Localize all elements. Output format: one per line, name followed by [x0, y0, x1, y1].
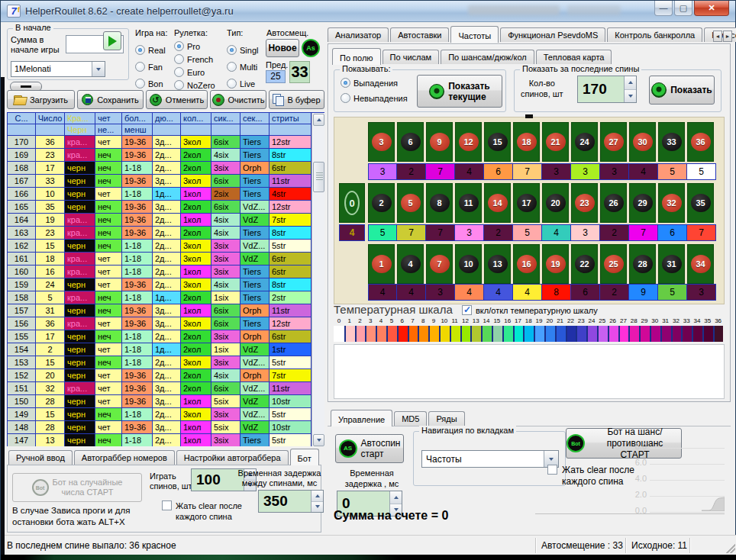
tab-control[interactable]: Управление: [331, 410, 392, 426]
field-number-22[interactable]: 22: [571, 244, 598, 284]
table-row[interactable]: 15517черннеч1-182д...2кол3sixOrph6str: [8, 330, 324, 343]
tab-manual-input[interactable]: Ручной ввод: [8, 450, 73, 465]
field-number-14[interactable]: 14: [484, 183, 511, 223]
temp-scale-checkbox[interactable]: [462, 305, 472, 315]
radio-fan[interactable]: Fan: [135, 62, 167, 72]
tab-scroll-right-icon[interactable]: ►: [723, 31, 732, 42]
tab-autobets[interactable]: Автоставки: [390, 27, 449, 42]
field-number-27[interactable]: 27: [600, 122, 627, 162]
field-number-3[interactable]: 3: [368, 122, 395, 162]
chevron-down-icon[interactable]: [92, 62, 105, 76]
radio-french[interactable]: French: [174, 54, 215, 64]
last-spins-stepper[interactable]: 170: [577, 76, 637, 103]
table-row[interactable]: 16817черннеч1-182д...2кол3sixOrph6str: [8, 162, 324, 175]
table-row[interactable]: 17036кра...чет19-363д...3кол6sixTiers12s…: [8, 136, 324, 149]
table-row[interactable]: 14828чернчет19-363д...1кол5sixVdZ10str: [8, 421, 324, 434]
field-number-7[interactable]: 7: [426, 244, 453, 284]
table-row[interactable]: 1542чернчет1-181д...2кол1sixVdZ1str: [8, 343, 324, 356]
field-number-30[interactable]: 30: [629, 122, 656, 162]
subtab-by-field[interactable]: По полю: [332, 48, 381, 65]
undo-button[interactable]: ↺Отменить: [146, 90, 208, 109]
field-number-32[interactable]: 32: [658, 183, 685, 223]
table-row[interactable]: 16215черннеч1-182д...3кол3sixVdZ...5str: [8, 240, 324, 253]
table-row[interactable]: 1585кра...неч1-181д...2кол1sixTiers2str: [8, 291, 324, 304]
radio-euro[interactable]: Euro: [174, 67, 215, 77]
as-badge-icon[interactable]: As: [302, 39, 320, 57]
field-number-36[interactable]: 36: [687, 122, 714, 162]
spin-up-icon[interactable]: [312, 491, 323, 502]
tab-navigation-combobox[interactable]: Частоты: [421, 450, 559, 468]
field-number-zero[interactable]: 0: [339, 183, 365, 223]
table-row[interactable]: 16923кра...неч19-362д...2кол4sixTiers8st…: [8, 149, 324, 162]
control-clear-checkbox[interactable]: Жать clear послекаждого спина: [547, 465, 634, 488]
bot-chance-start-button[interactable]: Bot Бот на шанс/противошансСТАРТ: [566, 428, 682, 459]
spin-up-icon[interactable]: [625, 76, 636, 90]
radio-misses[interactable]: Невыпадения: [341, 93, 408, 103]
field-number-10[interactable]: 10: [455, 244, 482, 284]
table-row[interactable]: 15636кра...чет19-363д...3кол6sixTiers12s…: [8, 317, 324, 330]
radio-singl[interactable]: Singl: [227, 45, 258, 55]
copy-to-clipboard-button[interactable]: В буфер: [269, 90, 324, 109]
field-number-33[interactable]: 33: [658, 122, 685, 162]
tab-bot[interactable]: Бот: [290, 449, 319, 465]
field-number-17[interactable]: 17: [513, 183, 540, 223]
maximize-button[interactable]: ▢: [674, 1, 692, 16]
tab-md5[interactable]: MD5: [394, 411, 427, 426]
tab-autograbber[interactable]: Автограббер номеров: [74, 450, 175, 465]
subtab-by-numbers[interactable]: По числам: [383, 50, 440, 64]
scroll-up-icon[interactable]: [313, 114, 324, 126]
bot-random-start-button[interactable]: Bot Бот на случайныечисла СТАРТ: [12, 473, 142, 502]
table-row[interactable]: 16535черннеч19-363д...2кол6sixVdZ...12st…: [8, 201, 324, 214]
scroll-down-icon[interactable]: [313, 434, 324, 446]
field-number-9[interactable]: 9: [426, 122, 453, 162]
spin-down-icon[interactable]: [312, 502, 323, 513]
field-number-24[interactable]: 24: [571, 122, 598, 162]
field-number-12[interactable]: 12: [455, 122, 482, 162]
table-row[interactable]: 15028чернчет19-363д...1кол5sixVdZ10str: [8, 395, 324, 408]
subtab-heatmap[interactable]: Тепловая карта: [536, 50, 612, 64]
field-number-6[interactable]: 6: [397, 122, 424, 162]
table-row[interactable]: 16323кра...неч19-362д...2кол4sixTiers8st…: [8, 227, 324, 240]
table-row[interactable]: 15731черннеч19-363д...1кол6sixOrph11str: [8, 304, 324, 317]
field-number-20[interactable]: 20: [542, 183, 569, 223]
field-number-31[interactable]: 31: [658, 244, 685, 284]
show-button[interactable]: Показать: [649, 76, 715, 105]
spin-down-icon[interactable]: [625, 90, 636, 103]
field-number-4[interactable]: 4: [397, 244, 424, 284]
field-number-29[interactable]: 29: [629, 183, 656, 223]
resize-grip[interactable]: [726, 544, 735, 553]
preset-combobox[interactable]: 1Melonati: [11, 61, 105, 77]
show-current-button[interactable]: Показатьтекущие: [417, 75, 502, 108]
table-row[interactable]: 15924чернчет19-362д...3кол4sixTiers8str: [8, 278, 324, 291]
field-number-2[interactable]: 2: [368, 183, 395, 223]
radio-nozero[interactable]: NoZero: [174, 80, 215, 90]
play-button[interactable]: [103, 31, 121, 50]
tab-analyzer[interactable]: Анализатор: [328, 27, 389, 42]
scrollbar-thumb[interactable]: [313, 162, 324, 192]
radio-multi[interactable]: Multi: [227, 62, 258, 72]
table-row[interactable]: 16610чернчет1-181д...1кол2sixTiers4str: [8, 188, 324, 201]
clear-after-spin-checkbox[interactable]: Жать clear послекаждого спина: [162, 500, 242, 522]
tab-frequencies[interactable]: Частоты: [450, 26, 499, 43]
field-number-21[interactable]: 21: [542, 122, 569, 162]
field-number-34[interactable]: 34: [687, 244, 714, 284]
tab-autograbber-settings[interactable]: Настройки автограббера: [176, 450, 289, 465]
field-number-19[interactable]: 19: [542, 244, 569, 284]
table-row[interactable]: 14713черннеч1-182д...1кол3sixTiers5str: [8, 434, 324, 446]
table-row[interactable]: 14915черннеч1-182д...3кол3sixVdZ...5str: [8, 408, 324, 421]
field-number-1[interactable]: 1: [368, 244, 395, 284]
tab-bankroll[interactable]: Контроль банкролла: [607, 27, 702, 42]
table-row[interactable]: 15132кра...чет19-363д...2кол6sixVdZ...11…: [8, 382, 324, 395]
radio-hits[interactable]: Выпадения: [341, 78, 408, 88]
field-number-16[interactable]: 16: [513, 244, 540, 284]
new-button[interactable]: Новое: [266, 39, 299, 57]
field-number-13[interactable]: 13: [484, 244, 511, 284]
table-row[interactable]: 15315черннеч1-182д...3кол3sixVdZ...5str: [8, 356, 324, 369]
field-number-25[interactable]: 25: [600, 244, 627, 284]
table-row[interactable]: 15220чернчет19-362д...2кол4sixOrph7str: [8, 369, 324, 382]
table-row[interactable]: 16118кра...чет1-182д...3кол3sixVdZ6str: [8, 253, 324, 266]
radio-pro[interactable]: Pro: [174, 41, 215, 51]
field-number-18[interactable]: 18: [513, 122, 540, 162]
minimize-button[interactable]: —: [654, 1, 673, 16]
field-number-35[interactable]: 35: [687, 183, 714, 223]
